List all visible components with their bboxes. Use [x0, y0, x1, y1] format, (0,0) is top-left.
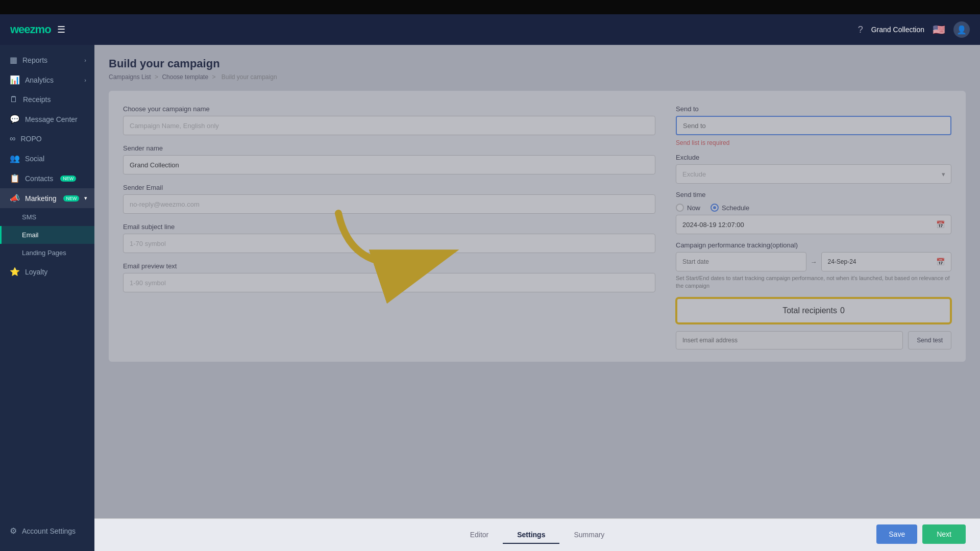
contacts-icon: 📋 — [10, 173, 20, 183]
exclude-select-wrapper: Exclude — [676, 164, 951, 184]
sender-email-label: Sender Email — [123, 184, 655, 191]
flag-icon: 🇺🇸 — [933, 23, 945, 36]
reports-icon: ▦ — [10, 55, 17, 65]
contacts-badge: NEW — [60, 176, 76, 182]
chevron-right-icon: › — [84, 77, 86, 83]
end-calendar-icon: 📅 — [936, 258, 945, 266]
sidebar-item-message-center[interactable]: 💬 Message Center — [0, 109, 94, 129]
sender-name-input[interactable] — [123, 155, 655, 174]
total-recipients-count: 0 — [840, 306, 845, 315]
datetime-picker[interactable]: 2024-08-19 12:07:00 📅 — [676, 215, 951, 234]
radio-schedule[interactable]: Schedule — [710, 204, 749, 212]
date-range-row: → 24-Sep-24 📅 — [676, 252, 951, 271]
breadcrumb-current: Build your campaign — [222, 73, 277, 81]
sender-email-input[interactable] — [123, 194, 655, 214]
radio-schedule-label: Schedule — [722, 204, 749, 212]
breadcrumb: Campaigns List > Choose template > Build… — [109, 73, 966, 81]
breadcrumb-choose-template[interactable]: Choose template — [162, 73, 208, 81]
sidebar-item-reports[interactable]: ▦ Reports › — [0, 50, 94, 70]
tracking-group: Campaign performance tracking(optional) … — [676, 241, 951, 290]
breadcrumb-campaigns[interactable]: Campaigns List — [109, 73, 151, 81]
send-test-button[interactable]: Send test — [908, 331, 951, 349]
radio-now-circle — [676, 204, 684, 212]
exclude-select[interactable]: Exclude — [676, 164, 951, 184]
exclude-label: Exclude — [676, 154, 951, 161]
bottom-actions: Save Next — [876, 524, 966, 544]
sidebar-item-loyalty[interactable]: ⭐ Loyalty — [0, 262, 94, 282]
campaign-name-input[interactable] — [123, 116, 655, 135]
help-icon[interactable]: ? — [858, 24, 863, 35]
breadcrumb-sep2: > — [212, 73, 217, 81]
preview-text-input[interactable] — [123, 273, 655, 292]
bottom-tab-bar: Editor Settings Summary — [94, 518, 980, 551]
sidebar-item-marketing[interactable]: 📣 Marketing NEW ▾ — [0, 188, 94, 208]
tab-editor[interactable]: Editor — [456, 527, 503, 544]
send-test-row: Send test — [676, 331, 951, 349]
chevron-right-icon: › — [84, 57, 86, 63]
campaign-right: Send to Send list is required Exclude Ex… — [676, 105, 951, 349]
main-content: Build your campaign Campaigns List > Cho… — [94, 45, 980, 551]
navbar-right: ? Grand Collection 🇺🇸 👤 — [858, 21, 970, 38]
arrow-icon: → — [811, 258, 817, 266]
send-to-error: Send list is required — [676, 139, 951, 146]
collection-name: Grand Collection — [871, 26, 924, 34]
send-time-group: Send time Now Schedule 2024-08-19 12:07:… — [676, 191, 951, 234]
campaign-card: Choose your campaign name Sender name Se… — [109, 91, 966, 362]
tab-settings[interactable]: Settings — [503, 527, 559, 544]
sender-name-label: Sender name — [123, 144, 655, 152]
subject-line-input[interactable] — [123, 234, 655, 253]
campaign-name-label: Choose your campaign name — [123, 105, 655, 113]
marketing-icon: 📣 — [10, 193, 20, 203]
gear-icon: ⚙ — [10, 526, 17, 536]
sidebar-item-ropo[interactable]: ∞ ROPO — [0, 129, 94, 148]
total-recipients-label: Total recipients — [782, 306, 837, 315]
calendar-icon: 📅 — [936, 220, 945, 229]
tracking-hint: Set Start/End dates to start tracking ca… — [676, 274, 951, 290]
radio-now[interactable]: Now — [676, 204, 700, 212]
datetime-value: 2024-08-19 12:07:00 — [682, 221, 744, 229]
sidebar-item-analytics[interactable]: 📊 Analytics › — [0, 70, 94, 90]
sender-name-group: Sender name — [123, 144, 655, 174]
send-time-radio-group: Now Schedule — [676, 204, 951, 212]
sidebar-item-account-settings[interactable]: ⚙ Account Settings — [0, 521, 94, 541]
navbar: weezmo ☰ ? Grand Collection 🇺🇸 👤 — [0, 14, 980, 45]
top-strip — [0, 0, 980, 14]
end-date-value: 24-Sep-24 — [828, 258, 856, 265]
end-date-picker[interactable]: 24-Sep-24 📅 — [821, 252, 952, 271]
send-test-email-input[interactable] — [676, 331, 903, 349]
sidebar-item-landing-pages[interactable]: Landing Pages — [0, 244, 94, 262]
marketing-badge: NEW — [63, 195, 79, 202]
send-time-label: Send time — [676, 191, 951, 198]
radio-now-label: Now — [687, 204, 700, 212]
send-to-group: Send to Send list is required — [676, 105, 951, 146]
breadcrumb-sep1: > — [155, 73, 160, 81]
sidebar-item-social[interactable]: 👥 Social — [0, 148, 94, 168]
send-to-input[interactable] — [676, 116, 951, 135]
start-date-input[interactable] — [676, 252, 806, 271]
sidebar-item-email[interactable]: Email — [0, 226, 94, 244]
analytics-icon: 📊 — [10, 75, 20, 85]
page-title: Build your campaign — [109, 57, 966, 70]
avatar[interactable]: 👤 — [953, 21, 970, 38]
sidebar-item-sms[interactable]: SMS — [0, 208, 94, 226]
sender-email-group: Sender Email — [123, 184, 655, 214]
next-button[interactable]: Next — [922, 524, 966, 544]
subject-line-group: Email subject line — [123, 223, 655, 253]
logo: weezmo — [10, 23, 51, 36]
save-button[interactable]: Save — [876, 524, 917, 544]
radio-schedule-circle — [710, 204, 719, 212]
total-recipients-box: Total recipients 0 — [676, 297, 951, 324]
campaign-name-group: Choose your campaign name — [123, 105, 655, 135]
sidebar-item-receipts[interactable]: 🗒 Receipts — [0, 90, 94, 109]
receipts-icon: 🗒 — [10, 95, 18, 104]
send-to-label: Send to — [676, 105, 951, 113]
hamburger-icon[interactable]: ☰ — [57, 24, 65, 35]
chevron-down-icon: ▾ — [84, 195, 87, 202]
sidebar-item-contacts[interactable]: 📋 Contacts NEW — [0, 168, 94, 188]
campaign-left: Choose your campaign name Sender name Se… — [123, 105, 655, 349]
exclude-group: Exclude Exclude — [676, 154, 951, 184]
preview-text-label: Email preview text — [123, 262, 655, 270]
tracking-label: Campaign performance tracking(optional) — [676, 241, 951, 249]
loyalty-icon: ⭐ — [10, 267, 20, 277]
tab-summary[interactable]: Summary — [559, 527, 619, 544]
